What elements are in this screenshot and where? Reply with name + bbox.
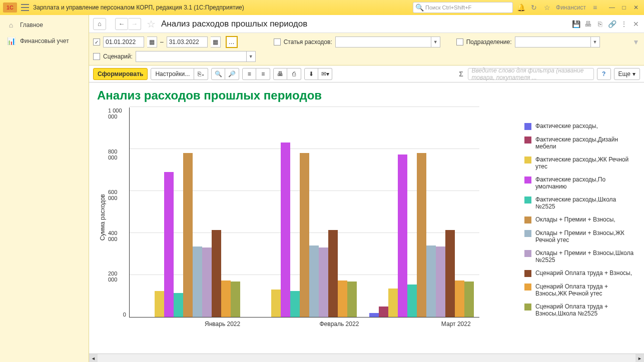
sidebar-item-label: Главное xyxy=(20,22,43,28)
sidebar-item-finance[interactable]: 📊 Финансовый учет xyxy=(0,33,89,49)
chevron-down-icon[interactable]: ▼ xyxy=(431,37,440,47)
bar xyxy=(221,280,231,318)
legend-swatch xyxy=(524,123,531,130)
search-icon: 🔍 xyxy=(415,4,423,12)
legend-swatch xyxy=(524,304,531,310)
expand-button[interactable]: ≡ xyxy=(242,68,256,80)
user-label[interactable]: Финансист xyxy=(556,4,586,11)
legend-swatch xyxy=(524,230,531,237)
app-logo: 1C xyxy=(3,2,17,12)
help-button[interactable]: ? xyxy=(597,68,611,80)
legend-swatch xyxy=(524,284,531,290)
legend-item: Фактические расходы,Дизайн мебели xyxy=(524,136,636,150)
bar xyxy=(407,284,417,317)
finance-icon: 📊 xyxy=(7,37,15,45)
home-button[interactable]: ⌂ xyxy=(93,18,106,30)
minimize-button[interactable]: — xyxy=(607,2,617,12)
close-button[interactable]: ✕ xyxy=(631,2,641,12)
collapse-button[interactable]: ≡ xyxy=(256,68,270,80)
department-combo[interactable]: ▼ xyxy=(515,36,600,48)
close-page-icon[interactable]: ✕ xyxy=(632,20,640,28)
legend-item: Оклады + Премии + Взносы, xyxy=(524,216,636,224)
legend-swatch xyxy=(524,196,531,204)
bar xyxy=(417,153,426,317)
scenario-combo[interactable]: ▼ xyxy=(136,51,256,62)
bar xyxy=(193,246,202,317)
bar xyxy=(445,230,455,317)
print-preview-button[interactable]: ⎙ xyxy=(287,68,301,80)
settings-button[interactable]: Настройки... xyxy=(151,68,194,80)
date-filter-checkbox[interactable]: ✓ xyxy=(93,38,100,46)
date-to-input[interactable]: 31.03.2022 xyxy=(167,36,208,48)
x-label: Март 2022 xyxy=(398,318,514,328)
back-button[interactable]: ← xyxy=(115,18,128,30)
report-filter-input[interactable]: Введите слово для фильтра (название това… xyxy=(468,68,593,80)
sidebar-item-main[interactable]: ⌂ Главное xyxy=(0,17,89,33)
generate-button[interactable]: Сформировать xyxy=(93,68,148,80)
bar xyxy=(309,246,319,317)
settings-dropdown-button[interactable]: ⎘▾ xyxy=(194,68,208,80)
main-menu-icon[interactable] xyxy=(21,4,29,11)
period-select-button[interactable]: … xyxy=(226,36,238,48)
more-button[interactable]: Еще ▾ xyxy=(614,68,640,80)
bar xyxy=(455,280,464,318)
bar xyxy=(271,290,281,317)
date-from-input[interactable]: 01.01.2022 xyxy=(103,36,144,48)
bar xyxy=(398,154,407,318)
zoom-out-button[interactable]: 🔎 xyxy=(225,68,239,80)
legend-item: Оклады + Премии + Взносы,Школа №2525 xyxy=(524,250,636,264)
department-label: Подразделение: xyxy=(466,38,512,46)
legend-swatch xyxy=(524,176,531,184)
scroll-right-icon[interactable]: ► xyxy=(635,354,644,362)
legend-label: Сценарий Оплата труда + Взносы,ЖК Речной… xyxy=(535,283,636,297)
sidebar-item-label: Финансовый учет xyxy=(20,38,69,44)
link-icon[interactable]: 🔗 xyxy=(608,20,616,28)
save-report-button[interactable]: ⬇ xyxy=(304,68,318,80)
scroll-left-icon[interactable]: ◄ xyxy=(89,354,98,362)
bar xyxy=(426,246,436,317)
scenario-checkbox[interactable] xyxy=(93,53,100,60)
chevron-down-icon[interactable]: ▼ xyxy=(590,37,599,47)
history-icon[interactable]: ↻ xyxy=(530,4,538,12)
zoom-in-button[interactable]: 🔍 xyxy=(211,68,225,80)
global-search-input[interactable]: 🔍 Поиск Ctrl+Shift+F xyxy=(413,2,513,13)
chevron-down-icon[interactable]: ▼ xyxy=(246,52,255,62)
copy-icon[interactable]: ⎘ xyxy=(596,20,604,28)
date-from-picker-icon[interactable]: ▦ xyxy=(147,36,157,48)
legend-label: Фактические расходы,Дизайн мебели xyxy=(535,136,636,150)
legend-item: Фактические расходы,ЖК Речной утес xyxy=(524,156,636,170)
forward-button[interactable]: → xyxy=(128,18,141,30)
maximize-button[interactable]: □ xyxy=(619,2,629,12)
expense-item-checkbox[interactable] xyxy=(274,38,281,46)
more-icon[interactable]: ⋮ xyxy=(620,20,628,28)
bar xyxy=(155,291,164,318)
settings-icon[interactable]: ≡ xyxy=(591,4,599,12)
bar xyxy=(338,280,347,318)
legend-item: Фактические расходы,По умолчанию xyxy=(524,176,636,190)
filter-icon[interactable]: ▼ xyxy=(632,38,640,46)
bar xyxy=(231,282,240,317)
bar xyxy=(174,293,183,317)
star-icon[interactable]: ☆ xyxy=(543,4,551,12)
x-axis-labels: Январь 2022Февраль 2022Март 2022 xyxy=(164,318,514,328)
date-to-picker-icon[interactable]: ▦ xyxy=(211,36,221,48)
bar xyxy=(290,291,300,318)
print-icon[interactable]: 🖶 xyxy=(584,20,592,28)
legend-swatch xyxy=(524,270,531,277)
legend-swatch xyxy=(524,156,531,164)
favorite-star-icon[interactable]: ☆ xyxy=(147,20,155,28)
sum-icon[interactable]: Σ xyxy=(457,70,465,78)
expense-item-combo[interactable]: ▼ xyxy=(335,36,440,48)
print-button[interactable]: 🖶 xyxy=(273,68,287,80)
email-button[interactable]: ✉▾ xyxy=(318,68,332,80)
legend-label: Фактические расходы,ЖК Речной утес xyxy=(535,156,636,170)
bar xyxy=(319,248,328,317)
legend-item: Фактические расходы,Школа №2525 xyxy=(524,196,636,210)
bell-icon[interactable]: 🔔 xyxy=(517,4,525,12)
save-icon[interactable]: 💾 xyxy=(572,20,580,28)
horizontal-scrollbar[interactable]: ◄ ► xyxy=(89,354,644,362)
home-icon: ⌂ xyxy=(7,21,15,29)
legend-swatch xyxy=(524,136,531,144)
department-checkbox[interactable] xyxy=(456,38,463,46)
legend-label: Оклады + Премии + Взносы,Школа №2525 xyxy=(535,250,636,264)
